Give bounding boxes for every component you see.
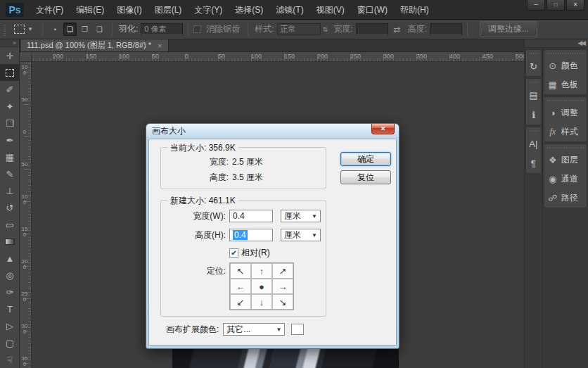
rectangular-marquee-tool[interactable] [0,64,20,81]
anchor-cell-2[interactable]: ↗ [272,263,293,279]
history-brush-tool[interactable]: ↺ [0,199,20,216]
panel-tab-paths[interactable]: ☍路径 [544,189,587,208]
swap-dimensions-icon[interactable]: ⇄ [394,25,401,34]
extension-color-select[interactable]: 其它... ▼ [223,323,285,336]
close-button[interactable]: ✕ [566,0,584,11]
menu-item[interactable]: 窗口(W) [351,0,394,20]
antialias-checkbox[interactable] [193,25,201,33]
healing-brush-tool[interactable]: ▦ [0,148,20,165]
width-input[interactable] [356,23,388,35]
document-tab-title: 111.psd @ 100% (图层 1, RGB/8#) * [27,40,151,51]
lasso-tool[interactable]: ✐ [0,81,20,98]
hand-tool[interactable]: ☟ [0,351,20,368]
anchor-cell-8[interactable]: ↘ [272,294,293,310]
menu-item[interactable]: 视图(V) [310,0,351,20]
eyedropper-tool[interactable]: ✒ [0,132,20,148]
anchor-cell-7[interactable]: ↓ [251,294,272,310]
magic-wand-tool[interactable]: ✦ [0,98,20,115]
intersect-selection-button[interactable]: ❑ [93,23,106,36]
anchor-cell-3[interactable]: ← [230,279,251,294]
paragraph-panel-icon[interactable]: ¶ [526,153,541,173]
adjustments-panel-icon: ◑ [544,108,561,118]
add-to-selection-button[interactable]: ❏ [63,23,77,36]
minimize-button[interactable]: ─ [527,0,545,11]
menu-item[interactable]: 滤镜(T) [269,0,309,20]
menu-item[interactable]: 图像(I) [110,0,148,20]
anchor-cell-0[interactable]: ↖ [230,263,251,279]
anchor-cell-4[interactable]: ● [251,279,272,294]
menu-item[interactable]: 编辑(E) [70,0,110,20]
panel-tab-swatches[interactable]: ▦色板 [544,75,587,94]
eraser-tool[interactable]: ▭ [0,216,20,233]
panel-tab-channels[interactable]: ◉通道 [544,170,587,189]
maximize-button[interactable]: □ [547,0,565,11]
direct-selection-tool[interactable]: ▷ [0,317,20,334]
sharpen-tool[interactable]: ▲ [0,250,20,267]
ok-button[interactable]: 确定 [340,152,391,166]
panel-drag-handle[interactable] [529,51,538,56]
style-label: 样式: [255,23,274,35]
subtract-from-selection-button[interactable]: ❐ [78,23,91,36]
toolbar-collapse-icon[interactable]: » [0,39,19,47]
preset-dropdown-icon[interactable]: ▼ [27,26,33,32]
zoom-tool[interactable]: ◎ [0,267,20,284]
rounded-rectangle-tool[interactable]: ▢ [0,334,20,351]
panels-collapse-icon[interactable]: ◀◀ [525,39,588,48]
dialog-close-button[interactable]: ✕ [371,124,395,134]
menu-item[interactable]: 帮助(H) [394,0,435,20]
panel-tab-color[interactable]: ⊙颜色 [544,56,587,75]
style-spinner-icon[interactable]: ⇅ [323,26,328,33]
history-panel-icon[interactable]: ↻ [526,56,541,76]
panel-drag-handle[interactable] [547,51,584,56]
height-field[interactable]: 0.4 [229,229,273,241]
dialog-titlebar[interactable]: 画布大小 ✕ [148,124,397,139]
width-field[interactable]: 0.4 [229,210,273,222]
separator [248,23,248,37]
panel-drag-handle[interactable] [547,99,584,103]
marquee-preset-icon[interactable] [14,25,25,34]
move-tool[interactable]: ✛ [0,47,20,64]
refine-edge-button[interactable]: 调整边缘... [480,21,537,37]
direct-selection-icon: ▷ [6,321,13,331]
panel-drag-handle[interactable] [529,80,538,84]
crop-tool[interactable]: ❒ [0,115,20,132]
type-tool[interactable]: T [0,300,20,317]
panel-tab-layers[interactable]: ❖图层 [544,151,587,170]
new-selection-button[interactable]: ▪ [49,23,62,36]
clone-stamp-tool[interactable]: ⊥ [0,182,20,199]
character-panel-icon[interactable]: A| [526,134,541,153]
gradient-tool[interactable] [0,233,20,250]
menu-item[interactable]: 图层(L) [148,0,188,20]
relative-checkbox[interactable]: ✔ [229,248,238,258]
feather-input[interactable]: 0 像素 [141,23,183,35]
menu-item[interactable]: 文字(Y) [188,0,229,20]
pen-tool[interactable]: ✑ [0,284,20,300]
tab-close-icon[interactable]: × [158,42,162,50]
anchor-cell-1[interactable]: ↑ [251,263,272,279]
document-tab[interactable]: 111.psd @ 100% (图层 1, RGB/8#) * × [21,39,169,51]
panel-drag-handle[interactable] [529,129,538,133]
properties-panel-icon[interactable]: ▤ [526,85,541,105]
panel-drag-handle[interactable] [547,146,584,150]
panel-tab-adjustments[interactable]: ◑调整 [544,103,587,122]
height-unit-select[interactable]: 厘米 ▼ [281,229,321,241]
reset-button[interactable]: 复位 [340,170,391,184]
gradient-icon [5,239,15,245]
info-panel-icon[interactable]: ℹ [526,105,541,125]
height-input[interactable] [430,23,462,35]
tools-panel: » ✛✐✦❒✒▦✎⊥↺▭▲◎✑T▷▢☟ [0,39,20,368]
anchor-cell-6[interactable]: ↙ [230,294,251,310]
current-size-group: 当前大小: 356.9K 宽度: 2.5 厘米 高度: 3.5 厘米 [160,147,326,189]
panel-group: ↻ [525,49,542,77]
extension-color-swatch[interactable] [291,324,304,335]
menu-item[interactable]: 选择(S) [229,0,269,20]
menu-item[interactable]: 文件(F) [30,0,70,20]
styles-panel-icon: fx [544,127,561,137]
ruler-tick-label: 250 [21,291,28,303]
style-select[interactable]: 正常 [277,23,321,35]
width-unit-select[interactable]: 厘米 ▼ [281,210,321,222]
anchor-cell-5[interactable]: → [272,279,293,294]
panel-tab-styles[interactable]: fx样式 [544,122,587,141]
feather-label: 羽化: [119,23,138,35]
brush-tool[interactable]: ✎ [0,165,20,182]
